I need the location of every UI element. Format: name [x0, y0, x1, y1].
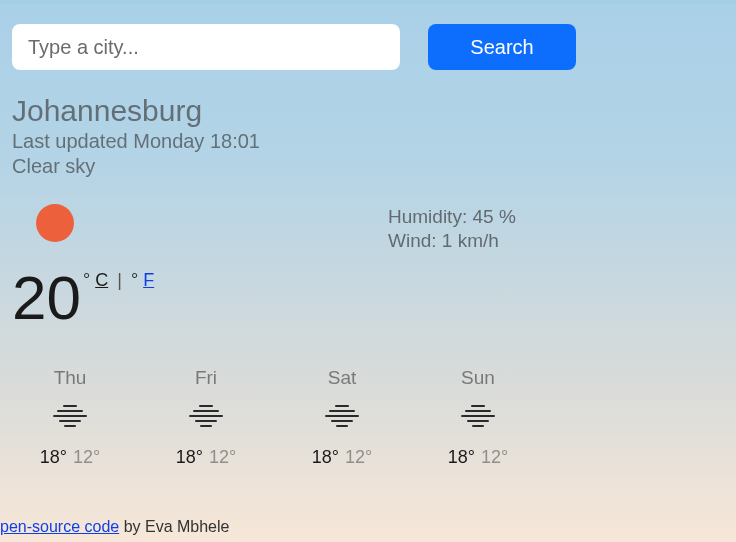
city-name: Johannesburg [12, 94, 724, 128]
fog-icon [306, 405, 378, 427]
humidity-unit: % [499, 206, 516, 227]
forecast-day-name: Sat [306, 367, 378, 389]
wind-label: Wind: [388, 230, 437, 251]
wind: Wind: 1 km/h [388, 230, 724, 252]
current-weather: 20 ° C | ° F Humidity: 45 % Wind: 1 km/h [12, 204, 724, 333]
celsius-link[interactable]: C [95, 270, 108, 290]
temp-low: 12° [345, 447, 372, 467]
updated-prefix: Last updated [12, 130, 128, 152]
forecast-temps: 18°12° [34, 447, 106, 468]
forecast-day: Fri 18°12° [170, 367, 242, 468]
temp-high: 18° [448, 447, 475, 467]
forecast-day: Sun 18°12° [442, 367, 514, 468]
wind-unit: km/h [458, 230, 499, 251]
current-left: 20 ° C | ° F [12, 204, 348, 333]
footer-author: by Eva Mbhele [119, 518, 229, 535]
updated-day: Monday [133, 130, 204, 152]
forecast-temps: 18°12° [442, 447, 514, 468]
current-right: Humidity: 45 % Wind: 1 km/h [388, 204, 724, 333]
forecast-day-name: Thu [34, 367, 106, 389]
fog-icon [34, 405, 106, 427]
weather-app: Search Johannesburg Last updated Monday … [0, 4, 736, 468]
updated-time: 18:01 [210, 130, 260, 152]
humidity-label: Humidity: [388, 206, 467, 227]
humidity: Humidity: 45 % [388, 206, 724, 228]
degree-sign: ° [83, 270, 90, 290]
source-code-link[interactable]: pen-source code [0, 518, 119, 535]
fog-icon [442, 405, 514, 427]
sun-icon [36, 204, 74, 242]
last-updated: Last updated Monday 18:01 [12, 130, 724, 153]
unit-toggle: ° C | ° F [83, 262, 154, 291]
temp-high: 18° [312, 447, 339, 467]
temperature-display: 20 ° C | ° F [12, 262, 348, 333]
current-temp: 20 [12, 262, 81, 333]
forecast-row: Thu 18°12° Fri 18°12° Sat 18°12° [12, 367, 724, 468]
wind-value: 1 [442, 230, 453, 251]
city-search-input[interactable] [12, 24, 400, 70]
footer: pen-source code by Eva Mbhele [0, 518, 229, 536]
degree-sign: ° [131, 270, 138, 290]
humidity-value: 45 [472, 206, 493, 227]
temp-low: 12° [209, 447, 236, 467]
forecast-day-name: Fri [170, 367, 242, 389]
forecast-temps: 18°12° [170, 447, 242, 468]
temp-high: 18° [176, 447, 203, 467]
weather-condition: Clear sky [12, 155, 724, 178]
search-row: Search [12, 24, 724, 70]
temp-low: 12° [73, 447, 100, 467]
unit-separator: | [117, 270, 122, 290]
forecast-day-name: Sun [442, 367, 514, 389]
forecast-day: Sat 18°12° [306, 367, 378, 468]
fahrenheit-link[interactable]: F [143, 270, 154, 290]
temp-low: 12° [481, 447, 508, 467]
search-button[interactable]: Search [428, 24, 576, 70]
fog-icon [170, 405, 242, 427]
forecast-temps: 18°12° [306, 447, 378, 468]
forecast-day: Thu 18°12° [34, 367, 106, 468]
temp-high: 18° [40, 447, 67, 467]
